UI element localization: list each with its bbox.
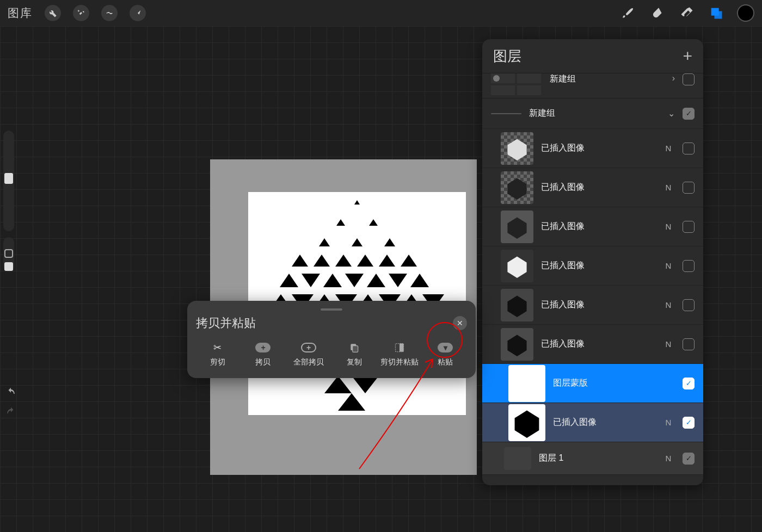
layer-row[interactable]: 已插入图像 N xyxy=(482,325,703,364)
svg-marker-1 xyxy=(336,219,345,226)
visibility-checkbox[interactable]: ✓ xyxy=(683,417,695,429)
layer-thumb xyxy=(508,404,545,441)
layer-row[interactable]: 图层 1 N ✓ xyxy=(482,442,703,475)
svg-marker-48 xyxy=(507,139,526,160)
blend-mode[interactable]: N xyxy=(662,300,675,310)
slider-knob[interactable] xyxy=(4,262,13,271)
svg-rect-45 xyxy=(491,85,515,95)
visibility-checkbox[interactable]: ✓ xyxy=(683,378,695,389)
cut-button[interactable]: ✂ 剪切 xyxy=(196,341,239,367)
svg-rect-56 xyxy=(352,346,358,352)
layer-mask-row[interactable]: 图层蒙版 ✓ xyxy=(482,364,703,403)
grab-handle[interactable] xyxy=(321,308,342,311)
smudge-icon[interactable] xyxy=(649,4,666,22)
svg-marker-0 xyxy=(354,200,360,205)
visibility-checkbox[interactable] xyxy=(683,338,695,350)
add-layer-button[interactable]: + xyxy=(683,47,692,65)
layer-row[interactable]: 已插入图像 N xyxy=(482,168,703,207)
layer-name: 新建组 xyxy=(550,73,665,85)
layers-icon[interactable] xyxy=(708,4,725,22)
svg-rect-46 xyxy=(517,85,541,95)
svg-marker-16 xyxy=(367,274,385,287)
visibility-checkbox[interactable] xyxy=(683,73,695,85)
gallery-button[interactable]: 图库 xyxy=(8,5,33,21)
svg-marker-13 xyxy=(302,274,320,287)
redo-icon[interactable] xyxy=(5,407,17,417)
visibility-checkbox[interactable] xyxy=(683,182,695,194)
scissors-icon: ✂ xyxy=(213,341,222,354)
wand-icon[interactable] xyxy=(73,5,89,21)
arrow-icon[interactable] xyxy=(130,5,146,21)
plus-oval-outline-icon: + xyxy=(301,341,316,354)
layer-thumb xyxy=(501,211,533,243)
group-thumb xyxy=(491,73,542,95)
chevron-down-icon[interactable]: ⌄ xyxy=(668,108,675,119)
action-label: 剪切 xyxy=(210,357,225,367)
cut-paste-button[interactable]: 剪切并粘贴 xyxy=(378,341,422,367)
cut-paste-icon xyxy=(394,341,405,354)
layer-group-row[interactable]: 新建组 ⌄ ✓ xyxy=(482,98,703,129)
wrench-icon[interactable] xyxy=(45,5,61,21)
layers-list[interactable]: 新建组 › 新建组 ⌄ ✓ 已插入图像 N 已插入图像 N 已插入图像 N xyxy=(482,73,703,485)
action-label: 全部拷贝 xyxy=(293,357,324,367)
layer-row[interactable]: 已插入图像 N xyxy=(482,207,703,246)
svg-marker-3 xyxy=(319,238,330,246)
svg-marker-49 xyxy=(507,178,526,200)
layer-name: 已插入图像 xyxy=(541,260,654,271)
eraser-icon[interactable] xyxy=(678,4,696,22)
action-label: 复制 xyxy=(347,357,362,367)
svg-marker-11 xyxy=(401,255,417,267)
blend-mode[interactable]: N xyxy=(662,454,675,463)
svg-marker-50 xyxy=(507,217,526,239)
visibility-checkbox[interactable] xyxy=(683,143,695,154)
brush-icon[interactable] xyxy=(619,4,637,22)
mask-thumb xyxy=(508,365,545,402)
svg-marker-12 xyxy=(280,274,298,287)
visibility-checkbox[interactable] xyxy=(683,221,695,233)
blend-mode[interactable]: N xyxy=(662,144,675,153)
layers-panel-title: 图层 xyxy=(493,47,521,66)
layer-name: 已插入图像 xyxy=(541,182,654,193)
slider-knob[interactable] xyxy=(4,173,13,184)
visibility-checkbox[interactable] xyxy=(683,299,695,311)
color-swatch[interactable] xyxy=(737,4,754,22)
svg-marker-4 xyxy=(352,238,362,246)
layer-name: 新建组 xyxy=(529,108,660,119)
svg-marker-14 xyxy=(323,274,342,287)
opacity-slider[interactable] xyxy=(3,237,14,272)
action-label: 拷贝 xyxy=(255,357,271,367)
layer-thumb xyxy=(501,132,533,165)
close-icon[interactable]: ✕ xyxy=(453,316,467,330)
visibility-checkbox[interactable]: ✓ xyxy=(683,108,695,120)
layer-row-selected[interactable]: 已插入图像 N ✓ xyxy=(482,403,703,442)
paste-icon: ▾ xyxy=(438,341,453,354)
duplicate-button[interactable]: 复制 xyxy=(333,341,376,367)
blend-mode[interactable]: N xyxy=(662,418,675,427)
layer-name: 已插入图像 xyxy=(553,417,654,428)
paste-button[interactable]: ▾ 粘贴 xyxy=(423,341,467,367)
blend-mode[interactable]: N xyxy=(662,339,675,349)
visibility-checkbox[interactable]: ✓ xyxy=(683,453,695,465)
brush-size-slider[interactable] xyxy=(3,131,14,231)
undo-icon[interactable] xyxy=(5,387,17,397)
layer-row[interactable]: 已插入图像 N xyxy=(482,286,703,325)
svg-marker-7 xyxy=(314,255,330,267)
layer-name: 已插入图像 xyxy=(541,221,654,232)
duplicate-icon xyxy=(349,341,360,354)
layer-row[interactable]: 已插入图像 N xyxy=(482,129,703,168)
layer-row[interactable]: 已插入图像 N xyxy=(482,246,703,286)
chevron-right-icon[interactable]: › xyxy=(672,73,675,83)
blend-mode[interactable]: N xyxy=(662,261,675,270)
selection-icon[interactable] xyxy=(101,5,118,21)
copy-all-button[interactable]: + 全部拷贝 xyxy=(287,341,330,367)
svg-rect-58 xyxy=(400,344,404,352)
visibility-checkbox[interactable] xyxy=(683,260,695,272)
blend-mode[interactable]: N xyxy=(662,183,675,192)
layer-group-row[interactable]: 新建组 › xyxy=(482,73,703,98)
svg-marker-5 xyxy=(384,238,395,246)
copy-button[interactable]: + 拷贝 xyxy=(242,341,285,367)
plus-oval-icon: + xyxy=(255,341,271,354)
layer-name: 已插入图像 xyxy=(541,143,654,154)
top-toolbar: 图库 xyxy=(0,0,762,26)
blend-mode[interactable]: N xyxy=(662,222,675,231)
